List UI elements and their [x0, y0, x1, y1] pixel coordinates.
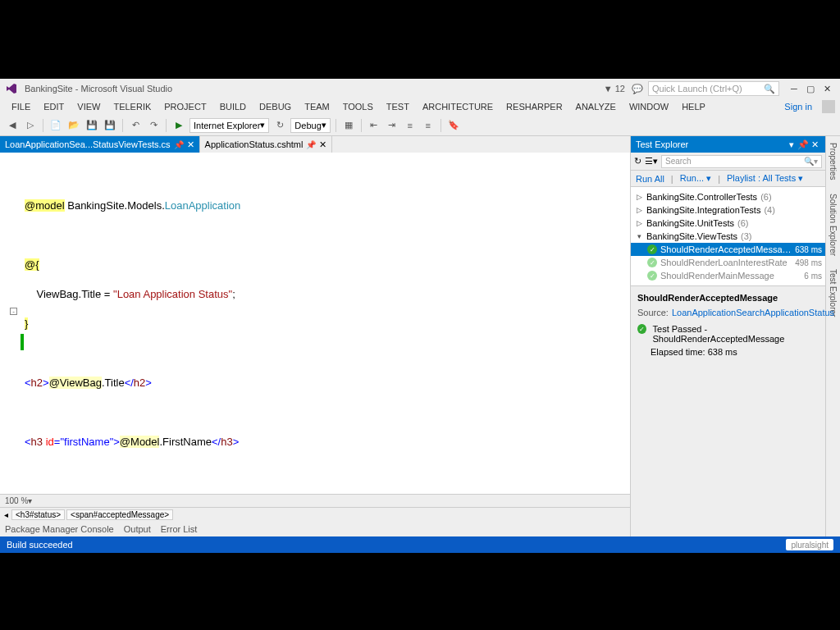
test-item[interactable]: ✓ShouldRenderMainMessage6 ms: [631, 269, 825, 282]
config-select[interactable]: Debug ▾: [290, 118, 330, 133]
sign-in-link[interactable]: Sign in: [778, 102, 819, 112]
menu-build[interactable]: BUILD: [213, 102, 253, 112]
toolbar: ◀ ▷ 📄 📂 💾 💾 ↶ ↷ ▶ Internet Explorer ▾ ↻ …: [0, 115, 840, 136]
menu-analyze[interactable]: ANALYZE: [569, 102, 623, 112]
avatar-icon[interactable]: [822, 100, 835, 113]
test-item[interactable]: ✓ShouldRenderLoanInterestRate498 ms: [631, 256, 825, 269]
uncomment-icon[interactable]: ≡: [421, 118, 436, 133]
test-group[interactable]: ▷BankingSite.IntegrationTests (4): [631, 203, 825, 217]
test-group[interactable]: ▷BankingSite.ControllerTests (6): [631, 190, 825, 203]
pass-icon: ✓: [647, 244, 657, 254]
save-button[interactable]: 💾: [84, 118, 99, 133]
vtab-properties[interactable]: Properties: [829, 139, 838, 184]
comment-icon[interactable]: ≡: [403, 118, 418, 133]
menu-project[interactable]: PROJECT: [158, 102, 212, 112]
menu-test[interactable]: TEST: [380, 102, 416, 112]
outline-collapse-icon[interactable]: -: [10, 308, 17, 315]
titlebar: BankingSite - Microsoft Visual Studio ▼ …: [0, 79, 840, 98]
pass-icon: ✓: [647, 258, 657, 267]
panel-pin-icon[interactable]: 📌: [797, 139, 809, 150]
detail-status: Test Passed - ShouldRenderAcceptedMessag…: [653, 324, 819, 344]
detail-elapsed: Elapsed time: 638 ms: [651, 347, 737, 357]
breadcrumb-item[interactable]: <span#acceptedMessage>: [66, 509, 173, 520]
zoom-bar[interactable]: 100 % ▾: [0, 494, 630, 507]
menu-resharper[interactable]: RESHARPER: [500, 102, 568, 112]
refresh-icon[interactable]: ↻: [634, 156, 641, 167]
pin-icon[interactable]: 📌: [306, 140, 316, 149]
start-debug-button[interactable]: ▶: [171, 118, 186, 133]
tab-errorlist[interactable]: Error List: [161, 524, 198, 534]
tab-loantests[interactable]: LoanApplicationSea...StatusViewTests.cs …: [0, 136, 200, 153]
close-tab-icon[interactable]: ✕: [187, 139, 194, 150]
search-icon: 🔍▾: [804, 157, 818, 166]
nav-back-button[interactable]: ◀: [5, 118, 20, 133]
breadcrumb-item[interactable]: <h3#status>: [11, 509, 65, 520]
tab-appstatus[interactable]: ApplicationStatus.cshtml 📌 ✕: [200, 136, 333, 153]
browser-select[interactable]: Internet Explorer ▾: [189, 118, 269, 133]
breadcrumb-bar: ◂ <h3#status> <span#acceptedMessage>: [0, 507, 630, 522]
window-title: BankingSite - Microsoft Visual Studio: [25, 84, 172, 94]
vtab-solution-explorer[interactable]: Solution Explorer: [829, 190, 838, 259]
menu-telerik[interactable]: TELERIK: [107, 102, 158, 112]
detail-title: ShouldRenderAcceptedMessage: [637, 293, 819, 303]
menu-file[interactable]: FILE: [5, 102, 37, 112]
test-item-selected[interactable]: ✓ShouldRenderAcceptedMessage638 ms: [631, 243, 825, 256]
test-group[interactable]: ▾BankingSite.ViewTests (3): [631, 230, 825, 243]
feedback-icon[interactable]: 💬: [632, 84, 643, 94]
test-run-links: Run All | Run... ▾ | Playlist : All Test…: [631, 171, 825, 187]
maximize-button[interactable]: ▢: [802, 82, 819, 95]
close-tab-icon[interactable]: ✕: [319, 139, 326, 150]
playlist-link[interactable]: Playlist : All Tests ▾: [727, 173, 803, 184]
outdent-icon[interactable]: ⇥: [385, 118, 399, 133]
undo-button[interactable]: ↶: [128, 118, 143, 133]
test-tree: ▷BankingSite.ControllerTests (6) ▷Bankin…: [631, 187, 825, 285]
test-detail-pane: ShouldRenderAcceptedMessage Source: Loan…: [631, 285, 825, 536]
change-marker: [21, 334, 24, 350]
build-status: Build succeeded: [7, 540, 73, 550]
new-project-button[interactable]: 📄: [48, 118, 63, 133]
pluralsight-badge: pluralsight: [786, 539, 833, 550]
refresh-icon[interactable]: ↻: [272, 118, 287, 133]
right-collapsed-tabs: Properties Solution Explorer Test Explor…: [825, 136, 840, 536]
panel-close-icon[interactable]: ✕: [809, 139, 820, 150]
indent-icon[interactable]: ⇤: [367, 118, 381, 133]
menu-team[interactable]: TEAM: [298, 102, 336, 112]
vs-logo-icon: [5, 82, 18, 95]
menu-tools[interactable]: TOOLS: [336, 102, 380, 112]
status-bar: Build succeeded pluralsight: [0, 536, 840, 553]
document-tabs: LoanApplicationSea...StatusViewTests.cs …: [0, 136, 630, 153]
test-group[interactable]: ▷BankingSite.UnitTests (6): [631, 217, 825, 230]
menu-view[interactable]: VIEW: [71, 102, 107, 112]
test-explorer-toolbar: ↻ ☰▾ Search🔍▾: [631, 153, 825, 171]
panel-dropdown-icon[interactable]: ▾: [786, 139, 797, 150]
menu-debug[interactable]: DEBUG: [253, 102, 298, 112]
quick-launch-input[interactable]: Quick Launch (Ctrl+Q)🔍: [648, 81, 779, 96]
menubar: FILE EDIT VIEW TELERIK PROJECT BUILD DEB…: [0, 98, 840, 115]
nav-fwd-button[interactable]: ▷: [23, 118, 38, 133]
menu-help[interactable]: HELP: [675, 102, 712, 112]
minimize-button[interactable]: ─: [786, 82, 802, 95]
menu-edit[interactable]: EDIT: [37, 102, 71, 112]
bottom-tool-tabs: Package Manager Console Output Error Lis…: [0, 522, 630, 536]
run-link[interactable]: Run... ▾: [680, 173, 711, 184]
group-by-icon[interactable]: ☰▾: [645, 156, 658, 167]
menu-window[interactable]: WINDOW: [623, 102, 675, 112]
menu-architecture[interactable]: ARCHITECTURE: [416, 102, 500, 112]
bookmark-icon[interactable]: 🔖: [446, 118, 461, 133]
source-link[interactable]: LoanApplicationSearchApplicationStatus: [672, 308, 834, 317]
misc-icon[interactable]: ▦: [341, 118, 356, 133]
notification-count[interactable]: ▼ 12: [604, 84, 625, 94]
breadcrumb-nav-icon[interactable]: ◂: [2, 510, 10, 519]
run-all-link[interactable]: Run All: [636, 174, 664, 184]
save-all-button[interactable]: 💾: [103, 118, 117, 133]
redo-button[interactable]: ↷: [146, 118, 161, 133]
code-editor[interactable]: - @model BankingSite.Models.LoanApplicat…: [0, 153, 630, 494]
pass-icon: ✓: [647, 271, 657, 281]
test-search-input[interactable]: Search🔍▾: [661, 155, 822, 168]
search-icon: 🔍: [764, 84, 775, 94]
pin-icon[interactable]: 📌: [174, 140, 184, 149]
open-file-button[interactable]: 📂: [66, 118, 81, 133]
tab-pmc[interactable]: Package Manager Console: [5, 524, 114, 534]
tab-output[interactable]: Output: [124, 524, 151, 534]
close-button[interactable]: ✕: [819, 82, 835, 95]
